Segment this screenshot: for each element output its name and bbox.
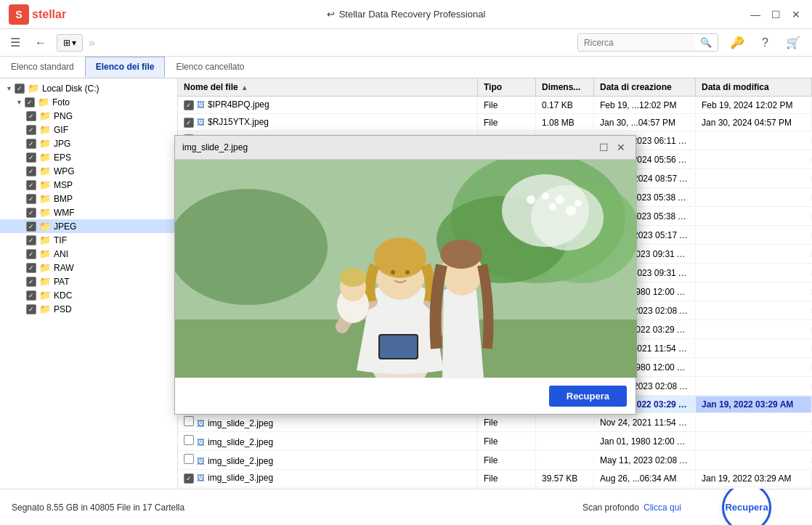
tree-checkbox[interactable]: ✓ (26, 194, 36, 204)
tree-item-gif[interactable]: ✓📁GIF (0, 123, 177, 137)
folder-icon: 📁 (39, 152, 51, 163)
tree-checkbox[interactable]: ✓ (26, 235, 36, 245)
tree-item-jpg[interactable]: ✓📁JPG (0, 137, 177, 150)
tree-foto-label: Foto (52, 97, 70, 107)
tree-checkbox[interactable]: ✓ (26, 166, 36, 176)
tree-checkbox[interactable]: ✓ (26, 111, 36, 121)
preview-image (175, 160, 637, 378)
file-row[interactable]: ✓🖼img_slide_3.jpeg File39.57 KB Jul 26, … (178, 487, 812, 489)
file-row[interactable]: ✓🖼img_slide_3.jpeg File39.57 KB Aug 26, … (178, 470, 812, 487)
tree-checkbox[interactable]: ✓ (15, 84, 25, 94)
tab-standard[interactable]: Elenco standard (0, 57, 85, 78)
file-row[interactable]: ✓🖼$RJ15YTX.jpeg File 1.08 MB Jan 30, ...… (178, 114, 812, 131)
logo-text: stellar (32, 8, 66, 21)
modal-title: img_slide_2.jpeg (182, 142, 248, 152)
header-tipo[interactable]: Tipo (478, 78, 536, 96)
back-button[interactable]: ← (31, 33, 51, 52)
svg-point-19 (340, 268, 366, 287)
tree-item-psd[interactable]: ✓📁PSD (0, 302, 177, 316)
svg-point-7 (527, 195, 535, 204)
file-icon: 🖼 (197, 419, 205, 428)
tree-checkbox[interactable]: ✓ (26, 208, 36, 218)
folder-icon: 📁 (39, 179, 51, 190)
header-name[interactable]: Nome del file ▲ (178, 78, 478, 96)
logo-icon: S (9, 4, 29, 25)
folder-icon: 📁 (39, 304, 51, 314)
folder-icon: 📁 (39, 290, 51, 301)
tree-checkbox[interactable]: ✓ (25, 97, 35, 107)
modal-maximize-button[interactable]: ☐ (596, 140, 611, 155)
titlebar: S stellar ↩ Stellar Data Recovery Profes… (0, 0, 812, 29)
sort-arrow: ▲ (241, 84, 248, 91)
header-modified[interactable]: Data di modifica (696, 78, 812, 96)
row-checkbox[interactable]: ✓ (184, 473, 194, 484)
tree-item-wpg[interactable]: ✓📁WPG (0, 164, 177, 178)
tree-item-pat[interactable]: ✓📁PAT (0, 274, 177, 288)
svg-rect-23 (380, 335, 417, 358)
svg-point-4 (175, 189, 328, 305)
app-title: ↩ Stellar Data Recovery Professional (327, 9, 486, 20)
tree-checkbox[interactable]: ✓ (26, 125, 36, 135)
view-icon: ⊞ (63, 38, 70, 48)
tree-item-eps[interactable]: ✓📁EPS (0, 150, 177, 164)
svg-point-25 (405, 270, 410, 274)
svg-point-21 (440, 240, 482, 269)
tree-foto[interactable]: ▼ ✓ 📁 Foto (0, 95, 177, 109)
tree-checkbox[interactable]: ✓ (26, 263, 36, 273)
menu-button[interactable]: ☰ (6, 33, 25, 52)
tree-checkbox[interactable]: ✓ (26, 180, 36, 190)
recupera-button[interactable]: Recupera (722, 483, 771, 526)
view-dropdown-icon: ▾ (72, 38, 76, 48)
view-toggle-button[interactable]: ⊞ ▾ (57, 34, 83, 52)
key-button[interactable]: 🔑 (724, 33, 750, 52)
app-logo: S stellar (9, 4, 66, 25)
tree-item-msp[interactable]: ✓📁MSP (0, 178, 177, 192)
folder-icon: 📁 (38, 97, 49, 107)
row-checkbox[interactable] (184, 435, 194, 445)
back-arrow-icon: ↩ (327, 9, 335, 20)
row-checkbox[interactable] (184, 454, 194, 464)
tab-file[interactable]: Elenco dei file (85, 57, 166, 78)
tree-root-label: Local Disk (C:) (42, 84, 100, 94)
tree-item-kdc[interactable]: ✓📁KDC (0, 288, 177, 302)
file-row[interactable]: 🖼img_slide_2.jpeg File Jan 01, 1980 12:0… (178, 432, 812, 451)
row-checkbox[interactable] (184, 416, 194, 426)
tree-checkbox[interactable]: ✓ (26, 304, 36, 314)
help-button[interactable]: ? (756, 33, 774, 52)
file-row[interactable]: 🖼img_slide_2.jpeg File May 11, 2023 02:0… (178, 451, 812, 470)
maximize-button[interactable]: ☐ (768, 7, 783, 22)
tree-checkbox[interactable]: ✓ (26, 290, 36, 301)
tree-item-tif[interactable]: ✓📁TIF (0, 233, 177, 247)
file-row[interactable]: ✓🖼$IPR4BPQ.jpeg File 0.17 KB Feb 19, ...… (178, 97, 812, 114)
tree-item-jpeg[interactable]: ✓📁JPEG (0, 219, 177, 233)
minimize-button[interactable]: — (748, 7, 763, 22)
tree-checkbox[interactable]: ✓ (26, 277, 36, 287)
close-button[interactable]: ✕ (789, 7, 803, 22)
search-button[interactable]: 🔍 (694, 34, 718, 51)
row-checkbox[interactable]: ✓ (184, 100, 194, 110)
modal-recupera-button[interactable]: Recupera (549, 386, 627, 407)
tree-item-ani[interactable]: ✓📁ANI (0, 247, 177, 261)
tree-checkbox[interactable]: ✓ (26, 221, 36, 232)
scan-profondo-link[interactable]: Clicca qui (643, 502, 681, 513)
tab-cancellato[interactable]: Elenco cancellato (165, 57, 255, 78)
modal-titlebar: img_slide_2.jpeg ☐ ✕ (175, 136, 636, 160)
tree-checkbox[interactable]: ✓ (26, 249, 36, 259)
tree-root[interactable]: ▼ ✓ 📁 Local Disk (C:) (0, 81, 177, 95)
search-input[interactable] (578, 35, 694, 51)
tree-item-wmf[interactable]: ✓📁WMF (0, 205, 177, 219)
tree-item-png[interactable]: ✓📁PNG (0, 109, 177, 123)
row-checkbox[interactable]: ✓ (184, 118, 194, 128)
svg-point-6 (531, 185, 604, 251)
file-row[interactable]: 🖼img_slide_2.jpeg File Nov 24, 2021 11:5… (178, 413, 812, 432)
toolbar-separator: » (89, 36, 95, 49)
folder-icon: 📁 (39, 262, 51, 273)
modal-close-button[interactable]: ✕ (614, 140, 628, 155)
header-created[interactable]: Data di creazione (594, 78, 696, 96)
tree-item-bmp[interactable]: ✓📁BMP (0, 192, 177, 205)
tree-checkbox[interactable]: ✓ (26, 152, 36, 163)
header-dim[interactable]: Dimens... (536, 78, 594, 96)
cart-button[interactable]: 🛒 (780, 33, 806, 52)
tree-checkbox[interactable]: ✓ (26, 139, 36, 149)
tree-item-raw[interactable]: ✓📁RAW (0, 261, 177, 274)
